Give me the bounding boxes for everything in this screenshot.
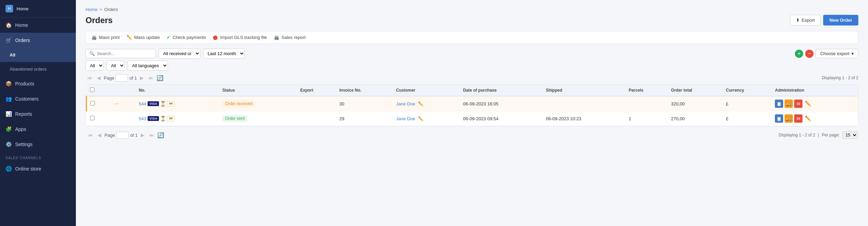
col-parcels: Parcels (625, 85, 668, 96)
date-543: 06-09-2023 09:54 (460, 111, 542, 126)
orders-icon: 🛒 (6, 37, 12, 43)
order-link-544[interactable]: 544 (139, 101, 146, 106)
sidebar-label-abandoned: Abandoned orders (10, 66, 47, 72)
search-box[interactable]: 🔍 (86, 49, 156, 58)
admin-icon-mail-543[interactable]: ✉ (794, 114, 802, 123)
edit-customer-icon[interactable]: ✏️ (418, 101, 423, 106)
row-checkbox-544[interactable] (87, 96, 110, 111)
logo-label: Home (17, 6, 29, 11)
status-filter-select[interactable]: All received or (159, 49, 200, 59)
card-icon: 💳 (167, 101, 174, 106)
pagination-top-row: ⏮ ◀ Page 1 of 1 ▶ ⏭ 🔄 Displaying 1 - 2 o… (86, 74, 858, 82)
sidebar-item-customers[interactable]: 👥 Customers (0, 91, 76, 106)
page-input-bottom[interactable]: 1 (116, 132, 129, 139)
admin-icon-edit-543[interactable]: ✏️ (804, 114, 812, 123)
order-no-543: 543 VISA ⏳ 💳 (135, 111, 219, 126)
row-select-checkbox[interactable] (90, 116, 94, 120)
remove-filter-button[interactable]: − (805, 50, 814, 58)
admin-icon-doc[interactable]: 📋 (775, 100, 783, 108)
admin-icons-544: 📋 🚚 ✉ ✏️ (775, 100, 855, 108)
export-button[interactable]: ⬆ Export (790, 15, 821, 25)
order-link-543[interactable]: 543 (139, 116, 146, 121)
sidebar-item-orders[interactable]: 🛒 Orders (0, 33, 76, 48)
logo-icon: H (6, 5, 13, 12)
admin-icons-543: 📋 🚚 ✉ ✏️ (775, 114, 855, 123)
sidebar-item-online-store[interactable]: 🌐 Online store (0, 161, 76, 176)
admin-icon-truck-543[interactable]: 🚚 (785, 114, 793, 123)
breadcrumb-home[interactable]: Home (86, 7, 98, 12)
last-page-button[interactable]: ⏭ (147, 74, 155, 82)
row-select-checkbox[interactable] (90, 101, 95, 105)
mass-update-action[interactable]: ✏️ Mass update (127, 35, 160, 40)
admin-icon-mail[interactable]: ✉ (794, 100, 802, 108)
admin-icon-truck[interactable]: 🚚 (785, 100, 793, 108)
sidebar-item-settings[interactable]: ⚙️ Settings (0, 137, 76, 152)
sidebar-item-apps[interactable]: 🧩 Apps (0, 122, 76, 137)
first-page-button[interactable]: ⏮ (86, 74, 94, 82)
bottom-right: Displaying 1 - 2 of 2 | Per page: 15 (779, 131, 858, 139)
sidebar-logo[interactable]: H Home (0, 0, 76, 18)
row-checkbox-543[interactable] (87, 111, 110, 126)
language-filter-select[interactable]: All languages (128, 61, 168, 71)
sales-report-action[interactable]: 🖨️ Sales report (274, 35, 306, 40)
col-customer: Customer (393, 85, 460, 96)
sidebar-item-products[interactable]: 📦 Products (0, 76, 76, 91)
row-arrow-544: → (110, 96, 135, 111)
parcels-544 (625, 96, 668, 111)
status-543: Order sent (219, 111, 297, 126)
edit-customer-icon-543[interactable]: ✏️ (418, 116, 423, 121)
breadcrumb-current: Orders (104, 7, 118, 12)
period-filter-select[interactable]: Last 12 month (203, 49, 245, 59)
col-export: Export (297, 85, 336, 96)
col-admin: Administration (771, 85, 858, 96)
select-all-checkbox[interactable] (90, 88, 94, 92)
add-filter-button[interactable]: + (795, 50, 803, 58)
invoice-544: 30 (336, 96, 392, 111)
check-payments-action[interactable]: ✔ Check payments (167, 35, 206, 40)
import-gls-action[interactable]: ⬤ Import GLS tracking file (213, 35, 267, 40)
next-page-button[interactable]: ▶ (138, 74, 146, 82)
displaying-count-top: Displaying 1 - 2 of 2 (822, 75, 858, 80)
sidebar-label-products: Products (15, 81, 34, 86)
pagination-bottom-row: ⏮ ◀ Page 1 of 1 ▶ ⏭ 🔄 Displaying 1 - 2 o… (86, 129, 858, 141)
refresh-button[interactable]: 🔄 (157, 75, 163, 81)
last-page-bottom-button[interactable]: ⏭ (148, 131, 156, 139)
page-input[interactable]: 1 (116, 74, 128, 82)
mass-print-action[interactable]: 🖨️ Mass print (91, 35, 120, 40)
sidebar: H Home 🏠 Home 🛒 Orders All Abandoned ord… (0, 0, 76, 226)
action-bar: 🖨️ Mass print ✏️ Mass update ✔ Check pay… (86, 31, 858, 44)
apps-icon: 🧩 (6, 126, 12, 132)
all-filter-select-1[interactable]: All (86, 61, 104, 71)
first-page-bottom-button[interactable]: ⏮ (86, 131, 94, 139)
filter-right: + − Choose export ▾ (795, 49, 858, 58)
admin-543: 📋 🚚 ✉ ✏️ (771, 111, 858, 126)
prev-page-button[interactable]: ◀ (95, 74, 102, 82)
home-icon: 🏠 (6, 22, 12, 28)
pagination-top: ⏮ ◀ Page 1 of 1 ▶ ⏭ 🔄 (86, 74, 163, 82)
admin-icon-doc-543[interactable]: 📋 (775, 114, 783, 123)
next-page-bottom-button[interactable]: ▶ (139, 131, 146, 139)
per-page-select[interactable]: 15 (842, 131, 858, 139)
customer-link-543[interactable]: Jane Doe (396, 116, 416, 121)
prev-page-bottom-button[interactable]: ◀ (96, 131, 103, 139)
sidebar-item-home[interactable]: 🏠 Home (0, 18, 76, 33)
parcels-543: 1 (625, 111, 668, 126)
choose-export-button[interactable]: Choose export ▾ (816, 49, 858, 58)
sidebar-item-abandoned-orders[interactable]: Abandoned orders (0, 62, 76, 76)
order-no-544: 544 VISA ⏳ 💳 (135, 96, 219, 111)
search-input[interactable] (97, 51, 152, 56)
of-label-bottom: of 1 (130, 133, 138, 138)
all-filter-select-2[interactable]: All (107, 61, 125, 71)
sidebar-item-orders-all[interactable]: All (0, 48, 76, 62)
shipped-543: 06-09-2023 10:23 (542, 111, 625, 126)
admin-icon-edit[interactable]: ✏️ (804, 100, 812, 108)
col-currency: Currency (722, 85, 771, 96)
update-icon: ✏️ (127, 35, 132, 40)
col-date: Date of purchase (460, 85, 542, 96)
new-order-button[interactable]: New Order (823, 15, 858, 25)
refresh-bottom-button[interactable]: 🔄 (157, 132, 164, 138)
customer-link-544[interactable]: Jane Doe (396, 101, 416, 106)
import-icon: ⬤ (213, 35, 218, 40)
sidebar-item-reports[interactable]: 📊 Reports (0, 106, 76, 122)
page-title-row: Orders ⬆ Export New Order (86, 15, 858, 25)
